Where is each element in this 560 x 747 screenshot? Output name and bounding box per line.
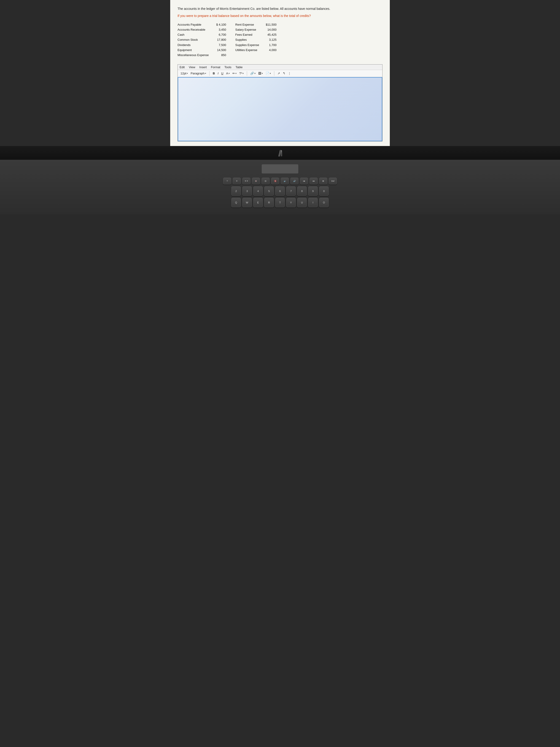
image-chevron: ▾ (262, 72, 263, 75)
value-me: 850 (213, 53, 226, 57)
touchpad[interactable] (262, 164, 298, 174)
divider-3 (274, 71, 274, 76)
font-size-group: 12pt ▾ Paragraph ▾ (180, 71, 207, 76)
menu-format[interactable]: Format (211, 66, 220, 69)
account-label-me: Miscellaneous Expense (178, 53, 209, 57)
menu-view[interactable]: View (189, 66, 195, 69)
pencil-chevron: ▾ (235, 72, 237, 75)
key-9[interactable]: 9 (308, 186, 318, 196)
keyboard: ? ☀ ☀☀ ⊞ ⊟ 🔇 🔉 🔊 ⏮ ⏭ ⊠ Del 2 3 4 5 6 7 8… (0, 160, 560, 214)
key-u[interactable]: U (297, 198, 307, 207)
font-size-dropdown[interactable]: 12pt ▾ (180, 71, 189, 76)
key-0[interactable]: 0 (319, 186, 329, 196)
number-key-row: 2 3 4 5 6 7 8 9 0 (7, 186, 553, 196)
doc-button[interactable]: 📄 ▾ (265, 71, 272, 76)
value-ap: $ 4,100 (213, 22, 226, 27)
key-4[interactable]: 4 (253, 186, 263, 196)
key-f2[interactable]: ☀ (233, 178, 241, 184)
value-fe: 45,425 (263, 32, 276, 37)
key-o[interactable]: O (319, 198, 329, 207)
bold-button[interactable]: B (212, 71, 216, 76)
account-label-se: Salary Expense (235, 27, 259, 32)
key-f1[interactable]: ? (223, 178, 231, 184)
menu-insert[interactable]: Insert (199, 66, 207, 69)
accounts-table: Accounts Payable Accounts Receivable Cas… (178, 22, 382, 57)
key-t[interactable]: T (275, 198, 285, 207)
menu-edit[interactable]: Edit (180, 66, 185, 69)
key-f4[interactable]: ⊞ (252, 178, 260, 184)
super-chevron: ▾ (242, 72, 244, 75)
paragraph-chevron: ▾ (205, 72, 206, 75)
key-f10[interactable]: ⏭ (310, 178, 318, 184)
account-label-cs: Common Stock (178, 37, 209, 42)
italic-button[interactable]: I (217, 71, 219, 76)
key-3[interactable]: 3 (242, 186, 252, 196)
question-text: If you were to prepare a trial balance b… (178, 14, 382, 18)
account-label-div: Dividends (178, 43, 209, 47)
qwerty-key-row: Q W E R T Y U I O (7, 198, 553, 207)
key-f9[interactable]: ⏮ (300, 178, 308, 184)
doc-chevron: ▾ (270, 72, 271, 75)
key-f12[interactable]: Del (329, 178, 337, 184)
key-y[interactable]: Y (286, 198, 296, 207)
link-button[interactable]: 🔗 ▾ (249, 71, 257, 76)
editing-area[interactable] (178, 77, 382, 141)
draw-button[interactable]: ↗ (276, 71, 281, 76)
intro-text: The accounts in the ledger of Morris Ent… (178, 6, 382, 11)
value-eq: 14,500 (213, 48, 226, 52)
key-f11[interactable]: ⊠ (319, 178, 327, 184)
key-i[interactable]: I (308, 198, 318, 207)
right-labels: Rent Expense Salary Expense Fees Earned … (235, 22, 259, 57)
left-account-group: Accounts Payable Accounts Receivable Cas… (178, 22, 226, 57)
divider-1 (209, 71, 210, 76)
more-button[interactable]: ⋮ (287, 71, 292, 76)
menu-table[interactable]: Table (235, 66, 242, 69)
text-editor[interactable]: Edit View Insert Format Tools Table 12pt… (178, 64, 382, 141)
key-2[interactable]: 2 (231, 186, 241, 196)
account-label-cash: Cash (178, 32, 209, 37)
value-cs: 17,800 (213, 37, 226, 42)
underline-button[interactable]: U (220, 71, 224, 76)
menu-tools[interactable]: Tools (224, 66, 231, 69)
key-f8[interactable]: 🔊 (290, 178, 298, 184)
key-5[interactable]: 5 (264, 186, 274, 196)
hp-logo: ‖| (278, 149, 282, 157)
value-ue: 4,000 (263, 48, 276, 52)
key-f5[interactable]: ⊟ (262, 178, 270, 184)
key-e[interactable]: E (253, 198, 263, 207)
laptop-screen: The accounts in the ledger of Morris Ent… (170, 0, 390, 146)
key-f7[interactable]: 🔉 (281, 178, 289, 184)
paragraph-label: Paragraph (191, 72, 205, 75)
key-f6[interactable]: 🔇 (271, 178, 279, 184)
link-chevron: ▾ (255, 72, 256, 75)
right-account-group: Rent Expense Salary Expense Fees Earned … (235, 22, 276, 57)
key-r[interactable]: R (264, 198, 274, 207)
key-8[interactable]: 8 (297, 186, 307, 196)
key-w[interactable]: W (242, 198, 252, 207)
account-label-ap: Accounts Payable (178, 22, 209, 27)
font-color-chevron: ▾ (229, 72, 230, 75)
fn-key-row: ? ☀ ☀☀ ⊞ ⊟ 🔇 🔉 🔊 ⏮ ⏭ ⊠ Del (7, 178, 553, 184)
value-re: $11,500 (263, 22, 276, 27)
account-label-re: Rent Expense (235, 22, 259, 27)
toolbar: 12pt ▾ Paragraph ▾ B I U A ▾ ✏ ▾ (178, 70, 382, 77)
key-f3[interactable]: ☀☀ (242, 178, 250, 184)
paragraph-dropdown[interactable]: Paragraph ▾ (190, 71, 207, 76)
key-q[interactable]: Q (231, 198, 241, 207)
account-label-ue: Utilities Expense (235, 48, 259, 52)
text-format-group: B I U A ▾ ✏ ▾ T² ▾ (212, 71, 244, 76)
left-values: $ 4,100 3,450 6,700 17,800 7,500 14,500 … (213, 22, 226, 57)
key-6[interactable]: 6 (275, 186, 285, 196)
value-sup: 3,125 (263, 37, 276, 42)
key-7[interactable]: 7 (286, 186, 296, 196)
undo-button[interactable]: ↰ (282, 71, 286, 76)
superscript-button[interactable]: T² ▾ (238, 71, 244, 76)
image-button[interactable]: 🖼 ▾ (257, 71, 264, 76)
account-label-ar: Accounts Receivable (178, 27, 209, 32)
action-group: ↗ ↰ ⋮ (276, 71, 292, 76)
value-supe: 1,700 (263, 43, 276, 47)
account-label-sup: Supplies (235, 37, 259, 42)
right-values: $11,500 14,000 45,425 3,125 1,700 4,000 (263, 22, 276, 57)
pencil-button[interactable]: ✏ ▾ (232, 71, 237, 76)
font-color-button[interactable]: A ▾ (225, 71, 231, 76)
